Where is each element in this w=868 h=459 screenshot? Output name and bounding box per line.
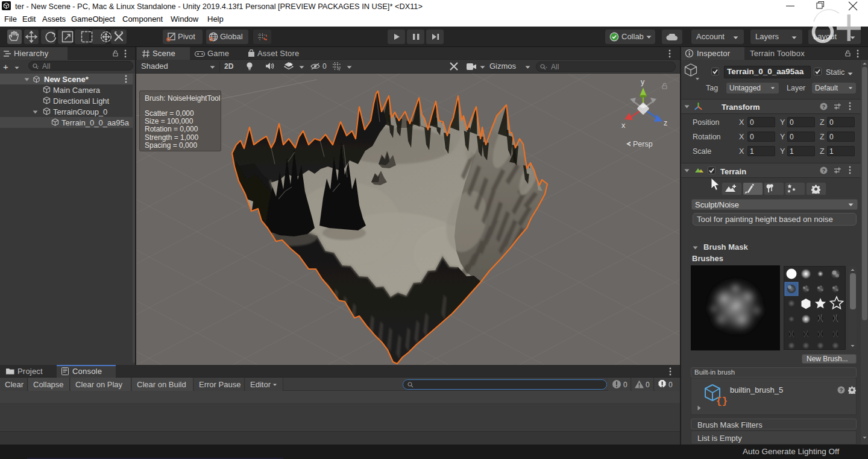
svg-text:?: ? [822,104,826,110]
svg-text:0: 0 [668,381,673,389]
svg-text:0: 0 [646,381,650,389]
svg-text:y: y [641,78,645,86]
svg-text:Persp: Persp [633,140,653,148]
svg-text:0: 0 [623,381,627,389]
svg-text:x: x [621,121,626,130]
svg-text:{}: {} [716,396,727,407]
svg-text:?: ? [822,168,826,174]
svg-text:Y: Y [338,66,341,71]
svg-text:?: ? [840,387,843,393]
svg-text:z: z [664,119,667,127]
